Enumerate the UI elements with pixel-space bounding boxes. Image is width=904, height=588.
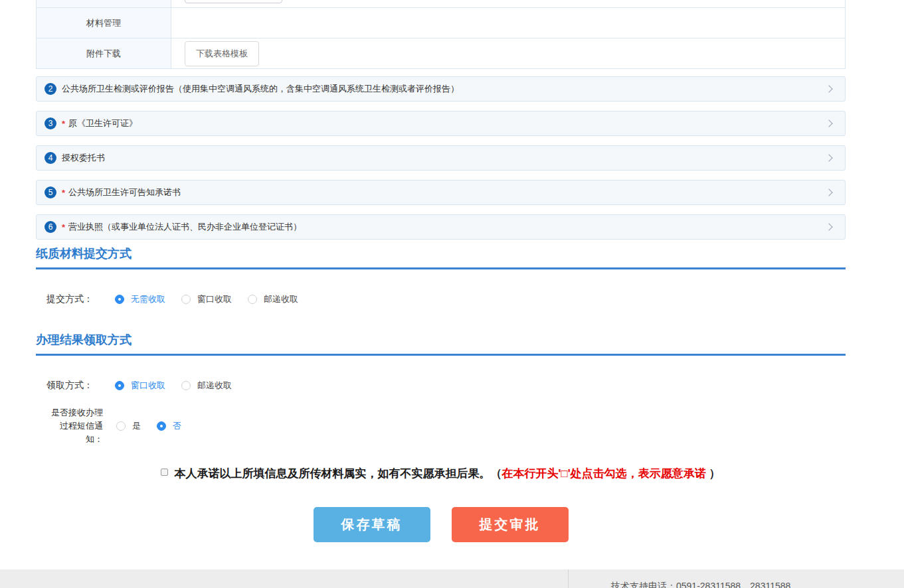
step-number-badge: 5 — [45, 186, 56, 198]
truncated-input[interactable] — [185, 0, 282, 3]
download-template-button[interactable]: 下载表格模板 — [185, 41, 259, 66]
accordion-item-2[interactable]: 2 公共场所卫生检测或评价报告（使用集中空调通风系统的，含集中空调通风系统卫生检… — [36, 76, 846, 102]
radio-option-window-pickup[interactable]: 窗口收取 — [115, 380, 165, 392]
radio-selected-icon[interactable] — [115, 295, 124, 304]
required-asterisk: * — [62, 119, 65, 129]
form-actions: 保存草稿 提交审批 — [36, 507, 846, 542]
accordion-title: 公共场所卫生检测或评价报告（使用集中空调通风系统的，含集中空调通风系统卫生检测或… — [62, 83, 459, 95]
attachment-download-label: 附件下载 — [37, 38, 171, 68]
step-number-badge: 3 — [45, 117, 56, 129]
radio-unselected-icon[interactable] — [181, 381, 191, 390]
chevron-right-icon — [825, 119, 832, 127]
accordion-item-5[interactable]: 5 * 公共场所卫生许可告知承诺书 — [36, 180, 846, 205]
result-pickup-section: 办理结果领取方式 领取方式： 窗口收取 邮递收取 是否接收办理 过程短信通 知：… — [36, 332, 846, 446]
accordion-title: 营业执照（或事业单位法人证书、民办非企业单位登记证书） — [68, 221, 302, 233]
table-row-attachment-download: 附件下载 下载表格模板 — [37, 38, 845, 68]
pickup-method-row: 领取方式： 窗口收取 邮递收取 — [36, 380, 846, 392]
radio-selected-icon[interactable] — [157, 421, 166, 431]
commitment-statement: 本人承诺以上所填信息及所传材料属实，如有不实愿承担后果。（在本行开头'□'处点击… — [36, 466, 846, 482]
table-label-cell — [37, 0, 171, 7]
radio-option-mail-collect[interactable]: 邮递收取 — [248, 293, 298, 305]
pickup-method-label: 领取方式： — [46, 380, 93, 392]
material-management-label: 材料管理 — [37, 8, 171, 38]
radio-unselected-icon[interactable] — [181, 295, 191, 304]
radio-option-no-collect[interactable]: 无需收取 — [115, 293, 165, 305]
accordion-title: 授权委托书 — [62, 152, 105, 164]
attachment-accordion-list: 2 公共场所卫生检测或评价报告（使用集中空调通风系统的，含集中空调通风系统卫生检… — [36, 76, 846, 249]
accordion-item-4[interactable]: 4 授权委托书 — [36, 145, 846, 171]
chevron-right-icon — [825, 188, 832, 196]
radio-selected-icon[interactable] — [115, 381, 124, 390]
paper-submit-section: 纸质材料提交方式 提交方式： 无需收取 窗口收取 邮递收取 — [36, 246, 846, 305]
radio-unselected-icon[interactable] — [116, 421, 126, 431]
sms-notify-label: 是否接收办理 过程短信通 知： — [46, 406, 103, 446]
submit-method-label: 提交方式： — [46, 293, 93, 305]
paper-submit-section-title: 纸质材料提交方式 — [36, 246, 846, 269]
commitment-checkbox[interactable] — [161, 469, 168, 476]
support-phone-text: 技术支持电话：0591-28311588、28311588 — [611, 581, 790, 588]
accordion-item-6[interactable]: 6 * 营业执照（或事业单位法人证书、民办非企业单位登记证书） — [36, 214, 846, 240]
radio-unselected-icon[interactable] — [248, 295, 257, 304]
footer-divider — [568, 569, 569, 588]
accordion-title: 公共场所卫生许可告知承诺书 — [68, 186, 181, 198]
required-asterisk: * — [62, 222, 65, 232]
accordion-title: 原《卫生许可证》 — [68, 117, 137, 129]
material-info-table: 材料管理 附件下载 下载表格模板 — [36, 0, 846, 69]
page-footer: 技术支持电话：0591-28311588、28311588 — [0, 569, 904, 588]
material-management-content — [171, 8, 845, 38]
table-content-cell — [171, 0, 845, 7]
table-row-material-management: 材料管理 — [37, 7, 845, 38]
step-number-badge: 6 — [45, 221, 56, 233]
radio-option-window-collect[interactable]: 窗口收取 — [181, 293, 232, 305]
chevron-right-icon — [825, 154, 832, 161]
chevron-right-icon — [825, 85, 832, 92]
radio-option-sms-no[interactable]: 否 — [157, 420, 181, 432]
result-pickup-section-title: 办理结果领取方式 — [36, 332, 846, 356]
commitment-warning-text: 在本行开头'□'处点击勾选，表示愿意承诺 — [501, 467, 705, 480]
radio-option-sms-yes[interactable]: 是 — [116, 420, 141, 432]
submit-method-row: 提交方式： 无需收取 窗口收取 邮递收取 — [36, 293, 846, 305]
submit-approval-button[interactable]: 提交审批 — [452, 507, 569, 542]
save-draft-button[interactable]: 保存草稿 — [314, 507, 430, 542]
commitment-text-suffix: ） — [706, 467, 721, 480]
required-asterisk: * — [62, 188, 65, 198]
radio-option-mail-pickup[interactable]: 邮递收取 — [181, 380, 232, 392]
step-number-badge: 2 — [45, 83, 56, 95]
application-form-page: 材料管理 附件下载 下载表格模板 2 公共场所卫生检测或评价报告（使用集中空调通… — [0, 0, 904, 588]
step-number-badge: 4 — [45, 152, 56, 164]
table-row-truncated — [37, 0, 845, 7]
chevron-right-icon — [825, 223, 832, 230]
sms-notify-row: 是否接收办理 过程短信通 知： 是 否 — [36, 406, 846, 446]
commitment-text: 本人承诺以上所填信息及所传材料属实，如有不实愿承担后果。（ — [174, 467, 501, 480]
accordion-item-3[interactable]: 3 * 原《卫生许可证》 — [36, 111, 846, 136]
attachment-download-content: 下载表格模板 — [171, 38, 845, 68]
